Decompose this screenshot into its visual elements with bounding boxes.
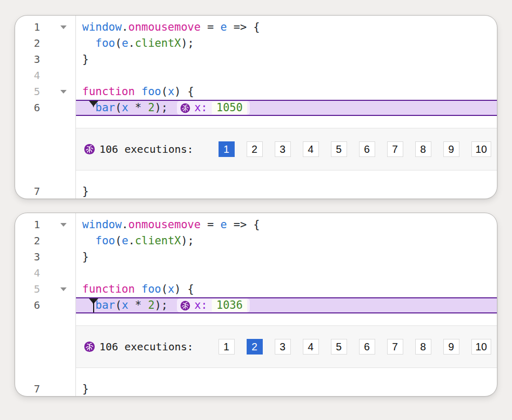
debugger-logo-icon bbox=[84, 143, 95, 155]
execution-button[interactable]: 5 bbox=[331, 141, 347, 157]
code-token: . bbox=[129, 35, 135, 51]
executions-band: 106 executions:12345678910 bbox=[76, 325, 497, 368]
inline-value-probe: x:1050 bbox=[177, 101, 250, 115]
execution-button[interactable]: 2 bbox=[247, 141, 263, 157]
inline-value-probe: x:1036 bbox=[177, 298, 250, 312]
code-token bbox=[82, 35, 95, 51]
code-line: 2 foo(e.clientX); bbox=[15, 35, 497, 51]
code-rows: 1window.onmousemove = e => {2 foo(e.clie… bbox=[15, 213, 497, 397]
code-line: 7} bbox=[15, 183, 497, 199]
gutter-cell: 1 bbox=[15, 217, 76, 233]
code-token: function bbox=[82, 84, 135, 100]
execution-button[interactable]: 1 bbox=[219, 141, 235, 157]
execution-button[interactable]: 1 bbox=[219, 339, 235, 355]
gutter-cell: 5 bbox=[15, 84, 76, 100]
code-token: ); bbox=[155, 297, 168, 313]
gutter-cell: 4 bbox=[15, 68, 76, 84]
code-token: ( bbox=[115, 233, 122, 249]
gutter-cell: 3 bbox=[15, 249, 76, 265]
code-line: 5function foo(x) { bbox=[15, 281, 497, 297]
gutter-cell: 3 bbox=[15, 51, 76, 68]
code-token: 2 bbox=[148, 297, 155, 313]
code-line: 7} bbox=[15, 381, 497, 397]
gutter-cell: 1 bbox=[15, 19, 76, 35]
code-token: foo bbox=[142, 84, 161, 100]
execution-button[interactable]: 4 bbox=[303, 141, 319, 157]
line-number: 1 bbox=[15, 19, 40, 35]
execution-button[interactable]: 2 bbox=[247, 339, 263, 355]
code-token: foo bbox=[95, 35, 115, 51]
code-token: window bbox=[82, 19, 122, 35]
code-rows: 1window.onmousemove = e => {2 foo(e.clie… bbox=[15, 16, 497, 199]
execution-button[interactable]: 4 bbox=[303, 339, 319, 355]
executions-band: 106 executions:12345678910 bbox=[76, 128, 497, 170]
spacer bbox=[15, 116, 497, 128]
editor-panel-bottom: 1window.onmousemove = e => {2 foo(e.clie… bbox=[15, 213, 497, 397]
code-text: function foo(x) { bbox=[76, 84, 497, 100]
probe-value: 1050 bbox=[212, 102, 248, 114]
debugger-logo-icon bbox=[84, 341, 95, 352]
line-number: 4 bbox=[15, 265, 40, 281]
code-token: onmousemove bbox=[129, 19, 201, 35]
fold-arrow-icon[interactable] bbox=[60, 90, 67, 94]
code-line: 1window.onmousemove = e => { bbox=[15, 217, 497, 233]
code-token: 2 bbox=[148, 100, 155, 116]
execution-button[interactable]: 9 bbox=[443, 339, 459, 355]
execution-button[interactable]: 9 bbox=[443, 141, 459, 157]
execution-button[interactable]: 10 bbox=[471, 339, 491, 355]
execution-button[interactable]: 6 bbox=[359, 339, 375, 355]
code-token: ( bbox=[115, 35, 122, 51]
execution-button[interactable]: 7 bbox=[387, 141, 403, 157]
execution-button[interactable]: 3 bbox=[275, 141, 291, 157]
code-token: . bbox=[129, 233, 135, 249]
code-text bbox=[76, 265, 497, 281]
debugger-logo-icon bbox=[180, 300, 190, 311]
fold-arrow-icon[interactable] bbox=[60, 223, 67, 227]
highlighted-code-line[interactable]: 6 bar(x * 2);x:1036 bbox=[15, 297, 497, 313]
execution-button[interactable]: 6 bbox=[359, 141, 375, 157]
line-number: 2 bbox=[15, 233, 40, 249]
code-token: = bbox=[201, 19, 221, 35]
code-token: } bbox=[82, 183, 89, 199]
spacer bbox=[15, 368, 497, 381]
editor-panel-top: 1window.onmousemove = e => {2 foo(e.clie… bbox=[15, 15, 497, 199]
gutter-cell: 6 bbox=[15, 100, 76, 116]
execution-button[interactable]: 3 bbox=[275, 339, 291, 355]
code-line: 3} bbox=[15, 51, 497, 68]
code-token: ); bbox=[181, 233, 194, 249]
line-number: 7 bbox=[15, 183, 40, 199]
code-line: 3} bbox=[15, 249, 497, 265]
execution-button[interactable]: 5 bbox=[331, 339, 347, 355]
line-number: 4 bbox=[15, 68, 40, 84]
gutter-cell: 7 bbox=[15, 381, 76, 397]
gutter-cell: 4 bbox=[15, 265, 76, 281]
code-token: ) { bbox=[174, 84, 194, 100]
code-token: ( bbox=[115, 100, 122, 116]
line-number: 2 bbox=[15, 35, 40, 51]
code-line: 5function foo(x) { bbox=[15, 84, 497, 100]
execution-button[interactable]: 8 bbox=[415, 141, 431, 157]
execution-point-marker-icon bbox=[88, 100, 99, 108]
code-token: x bbox=[122, 100, 129, 116]
code-token: e bbox=[122, 35, 129, 51]
executions-count-label: 106 executions: bbox=[99, 143, 194, 155]
execution-button[interactable]: 10 bbox=[471, 141, 491, 157]
line-number: 3 bbox=[15, 249, 40, 265]
code-token: window bbox=[82, 217, 122, 233]
line-number: 7 bbox=[15, 381, 40, 397]
line-number: 1 bbox=[15, 217, 40, 233]
code-token: } bbox=[82, 51, 89, 68]
execution-button[interactable]: 7 bbox=[387, 339, 403, 355]
code-token: function bbox=[82, 281, 135, 297]
execution-button[interactable]: 8 bbox=[415, 339, 431, 355]
highlighted-code-line[interactable]: 6 bar(x * 2);x:1050 bbox=[15, 100, 497, 116]
fold-arrow-icon[interactable] bbox=[60, 287, 67, 291]
fold-arrow-icon[interactable] bbox=[60, 25, 67, 29]
code-text: bar(x * 2);x:1036 bbox=[76, 297, 497, 313]
code-line: 4 bbox=[15, 68, 497, 84]
text-caret bbox=[93, 300, 94, 312]
code-line: 1window.onmousemove = e => { bbox=[15, 19, 497, 35]
spacer bbox=[15, 170, 497, 183]
executions-count-label: 106 executions: bbox=[99, 340, 194, 353]
probe-variable-label: x: bbox=[194, 297, 207, 313]
